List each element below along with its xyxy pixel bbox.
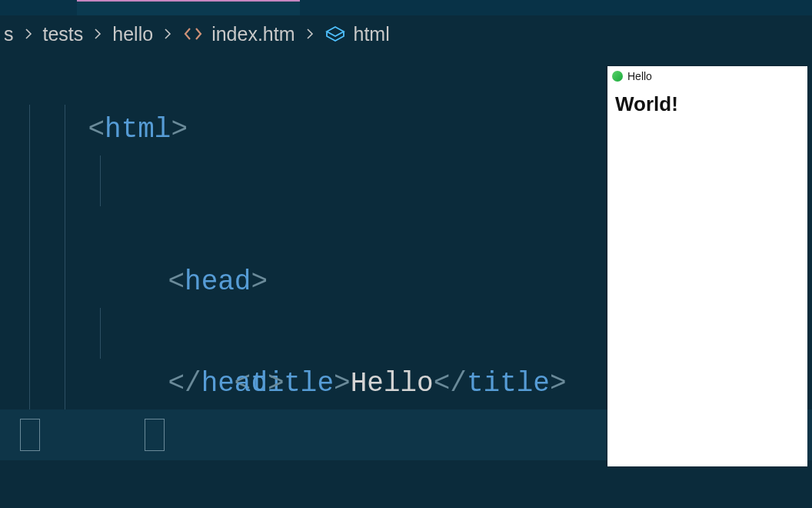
indent-guide <box>65 206 65 257</box>
preview-heading: World! <box>615 92 800 116</box>
breadcrumb-file[interactable]: index.htm <box>211 23 295 45</box>
code-file-icon <box>183 26 203 42</box>
breadcrumb[interactable]: s tests hello index.htm html <box>0 15 812 52</box>
indent-guide <box>29 206 30 257</box>
indent-guide <box>65 359 65 409</box>
tab-strip <box>0 0 812 15</box>
breadcrumb-seg[interactable]: tests <box>43 23 84 45</box>
bracket-match-box <box>20 419 40 451</box>
chevron-right-icon <box>22 28 35 40</box>
indent-guide <box>100 308 101 359</box>
indent-guide <box>29 359 30 409</box>
preview-body: World! <box>607 86 807 122</box>
indent-guide <box>29 308 30 359</box>
symbol-box-icon <box>325 25 345 42</box>
preview-titlebar[interactable]: Hello <box>607 66 807 86</box>
chevron-right-icon <box>304 28 316 40</box>
indent-guide <box>65 105 65 155</box>
breadcrumb-seg[interactable]: s <box>4 23 14 45</box>
chevron-right-icon <box>161 28 174 40</box>
indent-guide <box>29 155 30 206</box>
indent-guide <box>29 257 30 308</box>
indent-guide <box>65 257 65 308</box>
breadcrumb-seg[interactable]: hello <box>112 23 153 45</box>
bracket-match-box <box>145 419 165 451</box>
indent-guide <box>29 105 30 155</box>
preview-window[interactable]: Hello World! <box>607 66 807 466</box>
chevron-right-icon <box>92 28 104 40</box>
indent-guide <box>65 155 65 206</box>
indent-guide <box>65 308 65 359</box>
active-tab-highlight <box>77 0 300 2</box>
preview-title: Hello <box>627 70 652 82</box>
favicon-icon <box>612 71 623 82</box>
active-tab-bg <box>77 0 300 15</box>
indent-guide <box>100 155 101 206</box>
breadcrumb-symbol[interactable]: html <box>354 23 390 45</box>
